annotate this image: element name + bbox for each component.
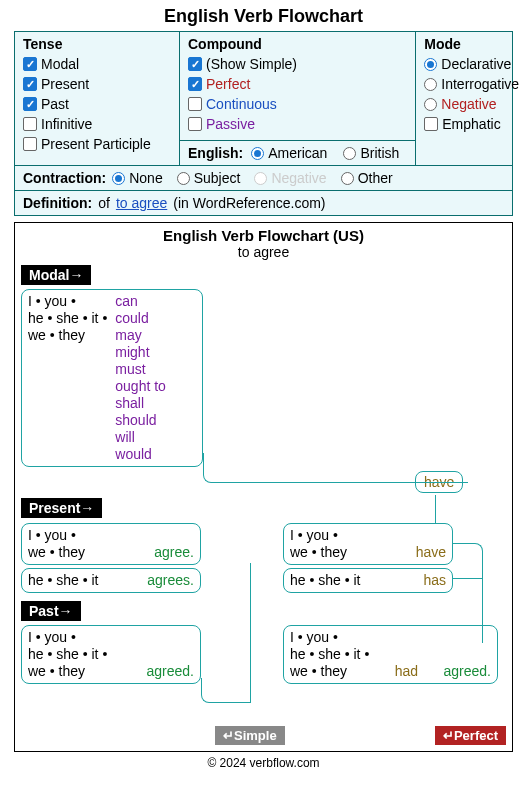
past-had: had: [395, 663, 418, 680]
past-agreed: agreed.: [147, 663, 194, 680]
connector: [435, 495, 436, 523]
label-negative: Negative: [441, 95, 496, 113]
definition-of: of: [98, 195, 110, 211]
definition-label: Definition:: [23, 195, 92, 211]
radio-contraction-other[interactable]: [341, 172, 354, 185]
label-infinitive: Infinitive: [41, 115, 92, 133]
label-contraction-subject: Subject: [194, 170, 241, 186]
radio-interrogative[interactable]: [424, 78, 437, 91]
definition-link[interactable]: to agree: [116, 195, 167, 211]
present-perfect-pronouns-3sg: he • she • it: [290, 572, 361, 589]
radio-contraction-subject[interactable]: [177, 172, 190, 185]
radio-british[interactable]: [343, 147, 356, 160]
tag-simple: ↵Simple: [215, 726, 285, 745]
past-perfect-agreed: agreed.: [444, 663, 491, 680]
checkbox-modal[interactable]: [23, 57, 37, 71]
flowchart-panel: English Verb Flowchart (US) to agree Mod…: [14, 222, 513, 752]
label-declarative: Declarative: [441, 55, 511, 73]
radio-contraction-none[interactable]: [112, 172, 125, 185]
label-interrogative: Interrogative: [441, 75, 519, 93]
section-label-modal: Modal→: [21, 265, 91, 285]
flowchart-verb: to agree: [21, 244, 506, 260]
settings-panel: Tense Modal Present Past Infinitive Pres…: [14, 31, 513, 216]
past-perfect-pronouns: I • you • he • she • it • we • they: [290, 629, 369, 680]
present-have: have: [416, 544, 446, 561]
label-past: Past: [41, 95, 69, 113]
present-has: has: [423, 572, 446, 589]
label-modal: Modal: [41, 55, 79, 73]
contraction-label: Contraction:: [23, 170, 106, 186]
definition-row: Definition: of to agree (in WordReferenc…: [15, 190, 512, 215]
label-emphatic: Emphatic: [442, 115, 500, 133]
footer-copyright: © 2024 verbflow.com: [0, 752, 527, 778]
radio-negative[interactable]: [424, 98, 437, 111]
tense-column: Tense Modal Present Past Infinitive Pres…: [15, 32, 180, 165]
checkbox-emphatic[interactable]: [424, 117, 438, 131]
label-british: British: [360, 145, 399, 161]
contraction-row: Contraction: None Subject Negative Other: [15, 165, 512, 190]
radio-american[interactable]: [251, 147, 264, 160]
checkbox-infinitive[interactable]: [23, 117, 37, 131]
checkbox-present-participle[interactable]: [23, 137, 37, 151]
label-contraction-none: None: [129, 170, 162, 186]
label-perfect: Perfect: [206, 75, 250, 93]
checkbox-perfect[interactable]: [188, 77, 202, 91]
label-present: Present: [41, 75, 89, 93]
label-show-simple: (Show Simple): [206, 55, 297, 73]
page-title: English Verb Flowchart: [0, 0, 527, 31]
present-agrees: agrees.: [147, 572, 194, 589]
modal-pronouns: I • you • he • she • it • we • they: [28, 293, 115, 463]
english-label: English:: [188, 145, 243, 161]
connector: [453, 578, 483, 579]
flowchart-title: English Verb Flowchart (US): [21, 227, 506, 244]
radio-declarative[interactable]: [424, 58, 437, 71]
definition-suffix: (in WordReference.com): [173, 195, 325, 211]
label-contraction-other: Other: [358, 170, 393, 186]
connector: [203, 453, 468, 483]
connector: [453, 543, 483, 643]
label-american: American: [268, 145, 327, 161]
present-agree: agree.: [154, 544, 194, 561]
checkbox-past[interactable]: [23, 97, 37, 111]
label-passive: Passive: [206, 115, 255, 133]
compound-heading: Compound: [188, 36, 407, 52]
checkbox-show-simple[interactable]: [188, 57, 202, 71]
label-present-participle: Present Participle: [41, 135, 151, 153]
tense-heading: Tense: [23, 36, 171, 52]
section-label-present: Present→: [21, 498, 102, 518]
checkbox-present[interactable]: [23, 77, 37, 91]
connector: [201, 678, 251, 703]
radio-contraction-negative: [254, 172, 267, 185]
tag-perfect: ↵Perfect: [435, 726, 506, 745]
present-perfect-pronouns-non3sg: I • you • we • they: [290, 527, 347, 561]
checkbox-passive[interactable]: [188, 117, 202, 131]
section-label-past: Past→: [21, 601, 81, 621]
compound-column: Compound (Show Simple) Perfect Continuou…: [180, 32, 416, 165]
label-continuous: Continuous: [206, 95, 277, 113]
mode-column: Mode Declarative Interrogative Negative …: [416, 32, 527, 165]
checkbox-continuous[interactable]: [188, 97, 202, 111]
label-contraction-negative: Negative: [271, 170, 326, 186]
modal-list: can could may might must ought to shall …: [115, 293, 166, 463]
present-pronouns-non3sg: I • you • we • they: [28, 527, 85, 561]
mode-heading: Mode: [424, 36, 519, 52]
present-pronouns-3sg: he • she • it: [28, 572, 99, 589]
past-pronouns: I • you • he • she • it • we • they: [28, 629, 107, 680]
